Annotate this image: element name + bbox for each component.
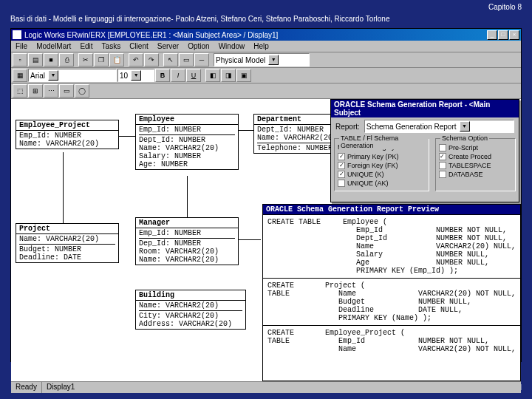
rel-line bbox=[239, 239, 261, 240]
chevron-down-icon[interactable]: ▼ bbox=[48, 70, 58, 81]
chevron-down-icon[interactable]: ▼ bbox=[131, 70, 141, 81]
toolbar-2: ▦ Arial ▼ 10 ▼ B I U ◧ ◨ ▣ bbox=[11, 68, 521, 83]
diagram-canvas[interactable]: Employee_Project Emp_Id: NUMBER Name: VA… bbox=[11, 99, 521, 393]
tb-cut-icon[interactable]: ✂ bbox=[78, 53, 93, 66]
sql-body: Employee_Project ( Emp_Id NUMBER NOT NUL… bbox=[321, 326, 520, 356]
sql-keyword: CREATE TABLE bbox=[263, 279, 321, 325]
entity-building[interactable]: Building Name: VARCHAR2(20) City: VARCHA… bbox=[135, 290, 246, 330]
tb-ptr-icon[interactable]: ↖ bbox=[163, 53, 178, 66]
tb-rel-icon[interactable]: ─ bbox=[194, 53, 209, 66]
entity-manager[interactable]: Manager Emp_Id: NUMBER Dep_Id: NUMBER Ro… bbox=[135, 217, 239, 265]
group-title: Schema Option bbox=[440, 134, 489, 142]
entity-employee-project[interactable]: Employee_Project Emp_Id: NUMBER Name: VA… bbox=[16, 120, 119, 149]
menu-modelmart[interactable]: ModelMart bbox=[32, 41, 75, 51]
entity-name: Building bbox=[136, 290, 245, 301]
menu-option[interactable]: Option bbox=[183, 41, 214, 51]
tb-entity-icon[interactable]: ▭ bbox=[179, 53, 194, 66]
maximize-button[interactable]: □ bbox=[498, 30, 508, 40]
chk-createproc[interactable]: ✓Create Proced bbox=[439, 152, 512, 161]
entity-attr: Emp_Id: NUMBER bbox=[139, 229, 235, 237]
entity-attr: Name: VARCHAR2(20) bbox=[19, 235, 115, 243]
fontsize-text: 10 bbox=[120, 72, 128, 80]
tb-print-icon[interactable]: ⎙ bbox=[59, 53, 74, 66]
tb-italic-icon[interactable]: I bbox=[171, 69, 185, 82]
status-ready: Ready bbox=[11, 382, 42, 393]
tb-paste-icon[interactable]: 📋 bbox=[109, 53, 124, 66]
font-combo[interactable]: Arial ▼ bbox=[28, 69, 117, 82]
tb-a-icon[interactable]: ⬚ bbox=[13, 84, 27, 98]
chk-prescript[interactable]: Pre-Script bbox=[439, 143, 512, 152]
chevron-down-icon[interactable]: ▼ bbox=[268, 55, 279, 65]
chk-unique1[interactable]: ✓UNIQUE (K) bbox=[338, 170, 426, 179]
report-combo-text: Schema Generation Report bbox=[366, 123, 457, 131]
tb-c-icon[interactable]: ⋯ bbox=[44, 84, 58, 98]
app-titlebar: Logic Works ERwin/ERX [EMPLOYEE.ER1 : <M… bbox=[11, 29, 521, 41]
entity-name: Employee bbox=[136, 115, 238, 125]
tb-undo-icon[interactable]: ↶ bbox=[129, 53, 143, 66]
font-combo-text: Arial bbox=[30, 72, 45, 80]
entity-attr: Name: VARCHAR2(20) bbox=[139, 301, 242, 310]
entity-attr: Dept_Id: NUMBER bbox=[139, 136, 235, 144]
entity-project[interactable]: Project Name: VARCHAR2(20) Budget: NUMBE… bbox=[16, 223, 119, 263]
status-bar: Ready Display1 bbox=[11, 381, 521, 393]
tb-color3-icon[interactable]: ▣ bbox=[236, 69, 251, 82]
tb-b-icon[interactable]: ⊞ bbox=[28, 84, 43, 98]
status-display: Display1 bbox=[42, 382, 79, 393]
entity-employee[interactable]: Employee Emp_Id: NUMBER Dept_Id: NUMBER … bbox=[135, 114, 239, 170]
rel-line bbox=[63, 152, 64, 223]
entity-attr: Emp_Id: NUMBER bbox=[139, 126, 235, 134]
tb-redo-icon[interactable]: ↷ bbox=[144, 53, 159, 66]
entity-attr: Deadline: DATE bbox=[19, 253, 115, 262]
entity-attr: Name: VARCHAR2(20) bbox=[19, 140, 115, 148]
menu-help[interactable]: Help bbox=[249, 41, 273, 51]
dialog-title: ORACLE Schema Generation Report - <Main … bbox=[334, 100, 516, 117]
entity-attr: Dep_Id: NUMBER bbox=[139, 239, 235, 248]
app-title: Logic Works ERwin/ERX [EMPLOYEE.ER1 : <M… bbox=[24, 31, 487, 39]
model-combo-text: Physical Model bbox=[216, 56, 265, 64]
chapter-label: Capitolo 8 bbox=[488, 3, 522, 11]
entity-attr: Room: VARCHAR2(20) bbox=[139, 248, 235, 256]
tb-open-icon[interactable]: ▤ bbox=[28, 53, 43, 66]
fontsize-combo[interactable]: 10 ▼ bbox=[117, 69, 154, 82]
report-preview[interactable]: ORACLE Schema Generation Report Preview … bbox=[262, 204, 521, 381]
tb-e-icon[interactable]: ◯ bbox=[75, 84, 89, 98]
entity-attr: Address: VARCHAR2(20) bbox=[139, 320, 242, 328]
tb-bold-icon[interactable]: B bbox=[155, 69, 170, 82]
menu-edit[interactable]: Edit bbox=[75, 41, 97, 51]
chk-tablespace[interactable]: TABLESPACE bbox=[439, 161, 512, 170]
app-window: Logic Works ERwin/ERX [EMPLOYEE.ER1 : <M… bbox=[10, 28, 522, 362]
menu-bar: File ModelMart Edit Tasks Client Server … bbox=[11, 41, 521, 52]
entity-name: Project bbox=[16, 224, 118, 234]
tb-underline-icon[interactable]: U bbox=[186, 69, 201, 82]
entity-attr: Name: VARCHAR2(20) bbox=[139, 256, 235, 264]
menu-client[interactable]: Client bbox=[125, 41, 153, 51]
menu-server[interactable]: Server bbox=[153, 41, 183, 51]
tb-new-icon[interactable]: ▫ bbox=[13, 53, 27, 66]
tb-save-icon[interactable]: ■ bbox=[44, 53, 58, 66]
menu-window[interactable]: Window bbox=[214, 41, 250, 51]
tb-d-icon[interactable]: ▭ bbox=[59, 84, 74, 98]
menu-tasks[interactable]: Tasks bbox=[98, 41, 126, 51]
model-combo[interactable]: Physical Model ▼ bbox=[214, 53, 310, 66]
menu-file[interactable]: File bbox=[11, 41, 32, 51]
entity-attr: City: VARCHAR2(20) bbox=[139, 312, 242, 320]
minimize-button[interactable]: _ bbox=[487, 30, 497, 40]
toolbar-1: ▫ ▤ ■ ⎙ ✂ ❐ 📋 ↶ ↷ ↖ ▭ ─ Physical Model ▼ bbox=[11, 52, 521, 68]
sql-keyword: CREATE TABLE bbox=[263, 215, 338, 278]
tb-item-icon[interactable]: ▦ bbox=[13, 69, 27, 82]
close-button[interactable]: × bbox=[509, 30, 519, 40]
tb-color1-icon[interactable]: ◧ bbox=[205, 69, 220, 82]
authors-label: Basi di dati - Modelli e linguaggi di in… bbox=[10, 15, 389, 23]
dialog-titlebar: ORACLE Schema Generation Report - <Main … bbox=[331, 100, 519, 117]
chk-unique2[interactable]: UNIQUE (AK) bbox=[338, 179, 426, 188]
chevron-down-icon[interactable]: ▼ bbox=[460, 121, 470, 132]
sql-keyword: CREATE TABLE bbox=[263, 326, 321, 356]
chk-pk[interactable]: ✓Primary Key (PK) bbox=[338, 152, 426, 161]
report-row: CREATE TABLE Employee_Project ( Emp_Id N… bbox=[263, 325, 520, 356]
schema-dialog[interactable]: ORACLE Schema Generation Report - <Main … bbox=[330, 99, 519, 202]
chk-fk[interactable]: ✓Foreign Key (FK) bbox=[338, 161, 426, 170]
tb-copy-icon[interactable]: ❐ bbox=[94, 53, 109, 66]
tb-color2-icon[interactable]: ◨ bbox=[221, 69, 236, 82]
chk-database[interactable]: DATABASE bbox=[439, 170, 512, 179]
report-combo[interactable]: Schema Generation Report ▼ bbox=[364, 120, 514, 133]
